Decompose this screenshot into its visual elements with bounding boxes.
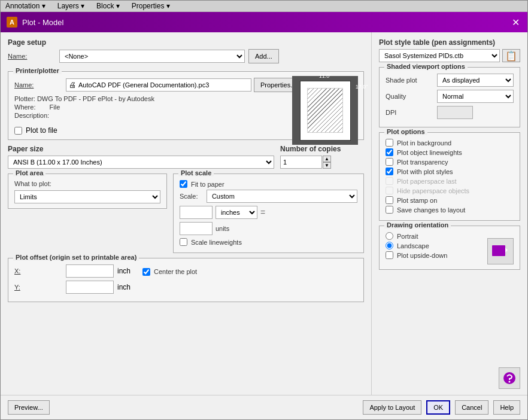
plot-with-styles-row: Plot with plot styles [386,168,514,175]
description-label: Description: [14,112,49,119]
page-setup-name-select[interactable]: <None> [59,50,245,63]
save-changes-checkbox[interactable] [386,206,393,214]
shaded-viewport-title: Shaded viewport options [384,63,468,70]
plot-style-label: Plot style table (pen assignments) [379,38,520,47]
paper-preview: 11.0" 17.0" [292,76,358,145]
paper-copies-row: Paper size ANSI B (11.00 x 17.00 Inches)… [8,145,364,169]
menu-properties[interactable]: Properties ▾ [132,2,170,10]
plot-to-file-label: Plot to file [26,126,57,135]
scale-unit-select[interactable]: inches [216,206,257,219]
plot-transparency-row: Plot transparency [386,158,514,166]
plot-paperspace-last-label: Plot paperspace last [397,178,457,185]
center-plot-row: Center the plot [142,268,197,276]
quality-select[interactable]: Normal [437,90,514,103]
printer-plotter-section: Printer/plotter Name: 🖨 AutoCAD PDF (Gen… [8,71,364,140]
preview-hatch [308,89,342,132]
hide-paperspace-row: Hide paperspace objects [386,187,514,194]
paper-size-select[interactable]: ANSI B (11.00 x 17.00 Inches) [8,156,274,169]
copies-up[interactable]: ▲ [323,156,331,162]
portrait-label: Portrait [397,233,418,240]
offset-y-row: Y: 0.225191 inch [14,281,357,294]
add-button[interactable]: Add... [248,49,279,63]
save-changes-label: Save changes to layout [397,206,465,214]
page-setup-label: Page setup [8,38,364,47]
plot-style-browse-button[interactable]: 📋 [502,49,520,62]
help-corner-icon[interactable] [499,367,520,389]
fit-to-paper-checkbox[interactable] [180,180,187,188]
preview-button[interactable]: Preview... [8,400,50,415]
hide-paperspace-checkbox [386,187,393,194]
scale-num2-input[interactable]: 2.18 [180,222,213,235]
menu-annotation[interactable]: Annotation ▾ [5,2,45,10]
menu-layers[interactable]: Layers ▾ [57,2,84,10]
plot-area-section: Plot area What to plot: Limits [8,174,167,253]
preview-paper: 11.0" 17.0" [300,81,351,141]
help-button[interactable]: Help [493,400,520,415]
save-changes-row: Save changes to layout [386,206,514,214]
plot-upside-down-row: Plot upside-down [386,251,487,259]
landscape-radio[interactable] [386,242,393,249]
what-to-plot-select[interactable]: Limits [14,190,160,203]
center-plot-label: Center the plot [154,268,197,275]
plot-options-title: Plot options [384,128,427,135]
plot-with-styles-label: Plot with plot styles [397,168,453,175]
plot-style-select[interactable]: Sasol Systemized PIDs.ctb [379,49,500,62]
orientation-icon[interactable] [487,238,514,264]
scale-row: Scale: Custom [180,190,357,203]
plot-to-file-checkbox[interactable] [14,127,22,135]
upside-down-checkbox[interactable] [386,251,393,259]
plot-with-styles-checkbox[interactable] [386,168,393,175]
dpi-row: DPI 100 [386,106,514,119]
plot-style-section: Plot style table (pen assignments) Sasol… [379,38,520,62]
scale-lineweights-checkbox[interactable] [180,238,187,246]
dialog-body: Page setup Name: <None> Add... Printer/p… [1,32,527,395]
offset-y-label: Y: [14,284,62,291]
svg-marker-1 [505,248,508,252]
quality-row: Quality Normal [386,90,514,103]
plot-background-checkbox[interactable] [386,139,393,147]
offset-y-input[interactable]: 0.225191 [66,281,114,294]
ok-button[interactable]: OK [426,400,450,415]
menu-block[interactable]: Block ▾ [96,2,120,10]
right-panel: Plot style table (pen assignments) Sasol… [372,32,527,395]
scale-select[interactable]: Custom [207,190,357,203]
plot-area-title: Plot area [13,169,45,176]
plotter-value: DWG To PDF - PDF ePlot - by Autodesk [37,95,154,102]
shade-plot-select[interactable]: As displayed [437,74,514,87]
offset-x-row: X: 0.000000 inch [14,264,131,278]
plot-transparency-checkbox[interactable] [386,158,393,166]
what-to-plot-label: What to plot: [14,180,51,187]
printer-section-title: Printer/plotter [13,67,62,74]
close-button[interactable]: ✕ [509,16,521,28]
cancel-button[interactable]: Cancel [455,400,488,415]
num-copies-input[interactable]: 1 [280,156,322,169]
plot-background-row: Plot in background [386,139,514,147]
scale-lineweights-row: Scale lineweights [180,238,357,246]
plot-background-label: Plot in background [397,139,451,147]
drawing-orientation-title: Drawing orientation [384,221,451,229]
preview-inner [307,88,343,133]
center-plot-checkbox[interactable] [142,268,150,276]
scale-units-label: units [216,225,229,232]
plot-scale-section: Plot scale Fit to paper Scale: Custom [173,174,364,253]
scale-num1-input[interactable]: 1 [180,206,213,219]
preview-height: 17.0" [356,84,368,90]
portrait-radio[interactable] [386,232,393,240]
plot-lineweights-checkbox[interactable] [386,148,393,156]
copies-down[interactable]: ▼ [323,162,331,169]
plot-stamp-checkbox[interactable] [386,196,393,204]
scale-num-row: 1 inches = [180,206,357,219]
svg-rect-0 [492,245,505,256]
plotter-label: Plotter: [14,95,35,102]
page-setup-name-row: Name: <None> Add... [8,49,364,63]
dialog-title: Plot - Model [22,18,63,27]
offset-x-input[interactable]: 0.000000 [66,264,114,278]
offset-y-unit: inch [117,283,131,291]
plot-transparency-label: Plot transparency [397,159,448,166]
dpi-input[interactable]: 100 [437,106,473,119]
shaded-viewport-section: Shaded viewport options Shade plot As di… [379,67,520,127]
apply-to-layout-button[interactable]: Apply to Layout [363,400,421,415]
offset-x-unit: inch [117,267,131,275]
bottom-bar: Preview... Apply to Layout OK Cancel Hel… [1,395,527,419]
drawing-orientation-section: Drawing orientation Portrait Landscape [379,226,520,270]
